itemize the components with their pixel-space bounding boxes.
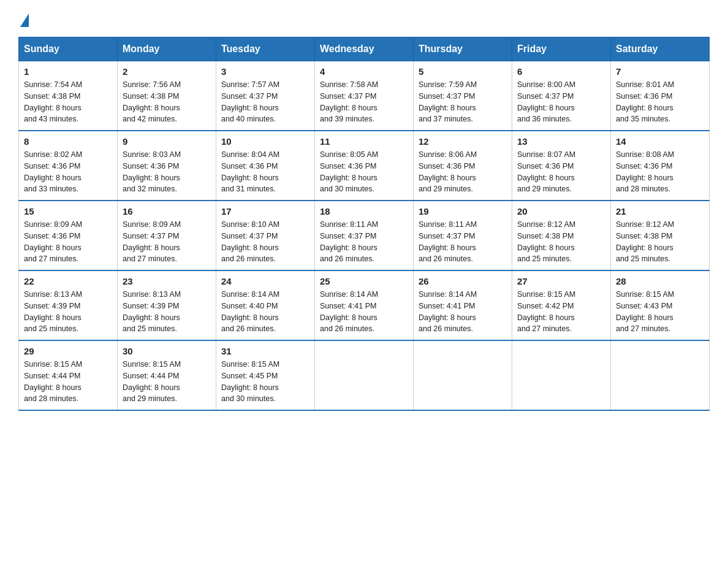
day-cell: 30Sunrise: 8:15 AMSunset: 4:44 PMDayligh… [118, 340, 216, 410]
day-info: Sunrise: 8:12 AMSunset: 4:38 PMDaylight:… [616, 219, 704, 265]
day-cell [414, 340, 512, 410]
day-cell: 20Sunrise: 8:12 AMSunset: 4:38 PMDayligh… [512, 201, 611, 270]
day-number: 5 [419, 66, 507, 77]
day-number: 9 [123, 136, 211, 147]
day-info: Sunrise: 8:11 AMSunset: 4:37 PMDaylight:… [320, 219, 408, 265]
day-number: 27 [517, 276, 605, 286]
day-cell: 21Sunrise: 8:12 AMSunset: 4:38 PMDayligh… [611, 201, 710, 270]
week-row-5: 29Sunrise: 8:15 AMSunset: 4:44 PMDayligh… [19, 340, 710, 410]
day-cell: 27Sunrise: 8:15 AMSunset: 4:42 PMDayligh… [512, 270, 611, 340]
day-number: 19 [419, 206, 507, 216]
day-info: Sunrise: 8:14 AMSunset: 4:41 PMDaylight:… [320, 289, 408, 335]
page-header [18, 12, 710, 25]
day-number: 3 [221, 66, 309, 77]
day-cell: 12Sunrise: 8:06 AMSunset: 4:36 PMDayligh… [414, 131, 512, 201]
day-number: 18 [320, 206, 408, 216]
day-cell: 29Sunrise: 8:15 AMSunset: 4:44 PMDayligh… [19, 340, 118, 410]
day-cell: 14Sunrise: 8:08 AMSunset: 4:36 PMDayligh… [611, 131, 710, 201]
day-number: 2 [123, 66, 211, 77]
day-cell: 5Sunrise: 7:59 AMSunset: 4:37 PMDaylight… [414, 61, 512, 131]
day-number: 29 [24, 346, 112, 356]
day-info: Sunrise: 8:15 AMSunset: 4:43 PMDaylight:… [616, 289, 704, 335]
header-cell-thursday: Thursday [414, 37, 512, 61]
day-info: Sunrise: 8:00 AMSunset: 4:37 PMDaylight:… [517, 79, 605, 125]
day-number: 1 [24, 66, 112, 77]
day-info: Sunrise: 8:11 AMSunset: 4:37 PMDaylight:… [419, 219, 507, 265]
day-info: Sunrise: 8:15 AMSunset: 4:42 PMDaylight:… [517, 289, 605, 335]
day-cell: 26Sunrise: 8:14 AMSunset: 4:41 PMDayligh… [414, 270, 512, 340]
day-number: 28 [616, 276, 704, 286]
header-cell-saturday: Saturday [611, 37, 710, 61]
day-cell: 25Sunrise: 8:14 AMSunset: 4:41 PMDayligh… [315, 270, 414, 340]
week-row-3: 15Sunrise: 8:09 AMSunset: 4:36 PMDayligh… [19, 201, 710, 270]
day-cell: 1Sunrise: 7:54 AMSunset: 4:38 PMDaylight… [19, 61, 118, 131]
day-info: Sunrise: 8:08 AMSunset: 4:36 PMDaylight:… [616, 149, 704, 195]
calendar-header: SundayMondayTuesdayWednesdayThursdayFrid… [19, 37, 710, 61]
day-info: Sunrise: 7:58 AMSunset: 4:37 PMDaylight:… [320, 79, 408, 125]
header-cell-monday: Monday [118, 37, 216, 61]
day-cell: 11Sunrise: 8:05 AMSunset: 4:36 PMDayligh… [315, 131, 414, 201]
day-number: 6 [517, 66, 605, 77]
day-info: Sunrise: 8:09 AMSunset: 4:37 PMDaylight:… [123, 219, 211, 265]
header-cell-sunday: Sunday [19, 37, 118, 61]
header-row: SundayMondayTuesdayWednesdayThursdayFrid… [19, 37, 710, 61]
day-cell: 28Sunrise: 8:15 AMSunset: 4:43 PMDayligh… [611, 270, 710, 340]
calendar-body: 1Sunrise: 7:54 AMSunset: 4:38 PMDaylight… [19, 61, 710, 411]
day-info: Sunrise: 7:59 AMSunset: 4:37 PMDaylight:… [419, 79, 507, 125]
day-number: 31 [221, 346, 309, 356]
week-row-4: 22Sunrise: 8:13 AMSunset: 4:39 PMDayligh… [19, 270, 710, 340]
day-number: 26 [419, 276, 507, 286]
day-info: Sunrise: 8:13 AMSunset: 4:39 PMDaylight:… [24, 289, 112, 335]
day-cell: 13Sunrise: 8:07 AMSunset: 4:36 PMDayligh… [512, 131, 611, 201]
day-info: Sunrise: 8:14 AMSunset: 4:40 PMDaylight:… [221, 289, 309, 335]
day-info: Sunrise: 8:15 AMSunset: 4:45 PMDaylight:… [221, 359, 309, 405]
day-cell: 19Sunrise: 8:11 AMSunset: 4:37 PMDayligh… [414, 201, 512, 270]
day-cell: 22Sunrise: 8:13 AMSunset: 4:39 PMDayligh… [19, 270, 118, 340]
day-cell: 7Sunrise: 8:01 AMSunset: 4:36 PMDaylight… [611, 61, 710, 131]
day-cell: 31Sunrise: 8:15 AMSunset: 4:45 PMDayligh… [216, 340, 315, 410]
day-cell: 23Sunrise: 8:13 AMSunset: 4:39 PMDayligh… [118, 270, 216, 340]
day-number: 15 [24, 206, 112, 216]
day-info: Sunrise: 8:04 AMSunset: 4:36 PMDaylight:… [221, 149, 309, 195]
day-cell [611, 340, 710, 410]
day-number: 7 [616, 66, 704, 77]
day-info: Sunrise: 8:01 AMSunset: 4:36 PMDaylight:… [616, 79, 704, 125]
day-number: 12 [419, 136, 507, 147]
day-number: 4 [320, 66, 408, 77]
day-info: Sunrise: 8:03 AMSunset: 4:36 PMDaylight:… [123, 149, 211, 195]
day-number: 30 [123, 346, 211, 356]
day-info: Sunrise: 7:54 AMSunset: 4:38 PMDaylight:… [24, 79, 112, 125]
calendar-table: SundayMondayTuesdayWednesdayThursdayFrid… [18, 37, 710, 411]
day-number: 16 [123, 206, 211, 216]
day-info: Sunrise: 8:07 AMSunset: 4:36 PMDaylight:… [517, 149, 605, 195]
day-cell: 3Sunrise: 7:57 AMSunset: 4:37 PMDaylight… [216, 61, 315, 131]
day-number: 21 [616, 206, 704, 216]
day-number: 23 [123, 276, 211, 286]
day-number: 20 [517, 206, 605, 216]
day-info: Sunrise: 7:56 AMSunset: 4:38 PMDaylight:… [123, 79, 211, 125]
day-number: 24 [221, 276, 309, 286]
day-info: Sunrise: 8:13 AMSunset: 4:39 PMDaylight:… [123, 289, 211, 335]
day-cell [512, 340, 611, 410]
week-row-1: 1Sunrise: 7:54 AMSunset: 4:38 PMDaylight… [19, 61, 710, 131]
header-cell-wednesday: Wednesday [315, 37, 414, 61]
day-number: 22 [24, 276, 112, 286]
day-info: Sunrise: 8:02 AMSunset: 4:36 PMDaylight:… [24, 149, 112, 195]
day-cell: 15Sunrise: 8:09 AMSunset: 4:36 PMDayligh… [19, 201, 118, 270]
day-number: 8 [24, 136, 112, 147]
day-cell: 16Sunrise: 8:09 AMSunset: 4:37 PMDayligh… [118, 201, 216, 270]
day-number: 11 [320, 136, 408, 147]
day-cell: 9Sunrise: 8:03 AMSunset: 4:36 PMDaylight… [118, 131, 216, 201]
header-cell-tuesday: Tuesday [216, 37, 315, 61]
day-number: 17 [221, 206, 309, 216]
day-cell: 24Sunrise: 8:14 AMSunset: 4:40 PMDayligh… [216, 270, 315, 340]
day-info: Sunrise: 8:15 AMSunset: 4:44 PMDaylight:… [24, 359, 112, 405]
day-info: Sunrise: 8:10 AMSunset: 4:37 PMDaylight:… [221, 219, 309, 265]
day-number: 13 [517, 136, 605, 147]
day-cell: 6Sunrise: 8:00 AMSunset: 4:37 PMDaylight… [512, 61, 611, 131]
day-info: Sunrise: 8:12 AMSunset: 4:38 PMDaylight:… [517, 219, 605, 265]
day-cell: 18Sunrise: 8:11 AMSunset: 4:37 PMDayligh… [315, 201, 414, 270]
day-info: Sunrise: 8:06 AMSunset: 4:36 PMDaylight:… [419, 149, 507, 195]
day-cell: 2Sunrise: 7:56 AMSunset: 4:38 PMDaylight… [118, 61, 216, 131]
header-cell-friday: Friday [512, 37, 611, 61]
